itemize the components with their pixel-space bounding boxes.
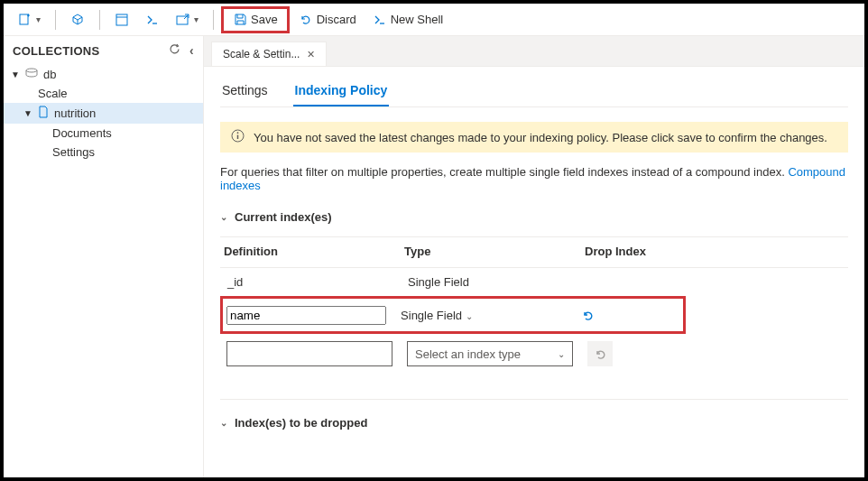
separator <box>55 10 56 30</box>
toolbar: ▾ ▾ Save Discard <box>4 4 864 36</box>
svg-point-7 <box>26 69 37 72</box>
document-icon <box>38 106 49 121</box>
tree-documents[interactable]: Documents <box>4 124 203 143</box>
close-icon[interactable]: ✕ <box>307 49 315 60</box>
new-collection-button[interactable]: ▾ <box>11 9 48 31</box>
definition-input-name[interactable] <box>226 306 386 325</box>
refresh-icon[interactable] <box>169 43 180 58</box>
discard-label: Discard <box>317 13 356 26</box>
tab-label: Scale & Settin... <box>223 48 300 60</box>
unsaved-notice: You have not saved the latest changes ma… <box>220 122 848 153</box>
chevron-down-icon: ▾ <box>194 14 199 24</box>
discard-button[interactable]: Discard <box>291 9 364 31</box>
tree-nutrition[interactable]: ▼ nutrition <box>4 103 203 124</box>
collapse-icon[interactable]: ‹ <box>189 43 194 58</box>
section-dropped-label: Index(es) to be dropped <box>235 416 367 430</box>
toolbar-open-button[interactable]: ▾ <box>169 9 206 31</box>
content: Scale & Settin... ✕ Settings Indexing Po… <box>204 36 864 477</box>
description: For queries that filter on multiple prop… <box>220 165 848 192</box>
undo-button-disabled <box>587 341 613 366</box>
caret-down-icon: ▼ <box>11 69 20 79</box>
separator <box>99 10 100 30</box>
notice-text: You have not saved the latest changes ma… <box>254 131 827 144</box>
shell-icon <box>145 13 160 27</box>
tree-db[interactable]: ▼ db <box>4 65 203 84</box>
type-select-name-value: Single Field <box>401 309 462 322</box>
chevron-down-icon: ▾ <box>36 14 41 24</box>
chevron-down-icon: ⌄ <box>558 349 565 359</box>
section-current-indexes[interactable]: ⌄ Current index(es) <box>220 210 848 224</box>
svg-rect-0 <box>20 14 28 24</box>
tab-bar: Scale & Settin... ✕ <box>204 36 864 67</box>
subtab-indexing-policy[interactable]: Indexing Policy <box>293 78 390 106</box>
index-table-header: Definition Type Drop Index <box>220 236 848 268</box>
section-current-label: Current index(es) <box>235 210 332 224</box>
panel-icon <box>115 13 129 27</box>
sidebar-title: COLLECTIONS <box>13 44 99 58</box>
info-icon <box>231 129 245 145</box>
sidebar: COLLECTIONS ‹ ▼ db Scale ▼ <box>4 36 204 477</box>
subtabs: Settings Indexing Policy <box>220 78 848 107</box>
desc-text: For queries that filter on multiple prop… <box>220 165 788 179</box>
tree-nutrition-label: nutrition <box>54 106 96 120</box>
new-shell-label: New Shell <box>391 13 444 26</box>
tree-documents-label: Documents <box>52 126 112 140</box>
separator <box>213 10 214 30</box>
chevron-down-icon: ⌄ <box>466 311 473 321</box>
save-button[interactable]: Save <box>226 9 285 31</box>
save-icon <box>233 13 247 27</box>
svg-rect-1 <box>116 14 127 25</box>
divider <box>220 399 848 400</box>
type-select-new[interactable]: Select an index type ⌄ <box>407 341 573 366</box>
tree-db-label: db <box>43 68 56 81</box>
highlight-save: Save <box>221 6 290 33</box>
tree: ▼ db Scale ▼ nutrition Documents Setti <box>4 65 203 162</box>
type-select-new-value: Select an index type <box>415 347 521 361</box>
undo-icon <box>299 13 313 27</box>
undo-button[interactable] <box>575 302 600 328</box>
header-definition: Definition <box>224 245 404 258</box>
toolbar-panel-button[interactable] <box>107 9 136 31</box>
database-icon <box>25 68 38 81</box>
header-type: Type <box>404 245 585 258</box>
save-label: Save <box>251 13 278 26</box>
header-drop: Drop Index <box>585 245 693 258</box>
section-dropped-indexes[interactable]: ⌄ Index(es) to be dropped <box>220 416 848 430</box>
open-icon <box>176 13 190 27</box>
chevron-down-icon: ⌄ <box>220 212 227 222</box>
highlight-name-row: Single Field ⌄ <box>220 296 686 334</box>
shell-icon <box>373 13 387 27</box>
index-row-new: Select an index type ⌄ <box>220 334 848 374</box>
cube-icon <box>70 13 85 27</box>
type-select-name[interactable]: Single Field ⌄ <box>401 309 575 322</box>
new-collection-icon <box>18 13 32 27</box>
svg-point-10 <box>237 132 239 134</box>
chevron-down-icon: ⌄ <box>220 418 227 428</box>
tab-scale-settings[interactable]: Scale & Settin... ✕ <box>211 42 327 66</box>
index-row-id: _id Single Field <box>220 268 848 296</box>
tree-settings-label: Settings <box>52 145 95 159</box>
tree-settings[interactable]: Settings <box>4 143 203 162</box>
caret-down-icon: ▼ <box>23 108 32 118</box>
subtab-settings[interactable]: Settings <box>220 78 270 106</box>
row-id-type: Single Field <box>404 275 585 289</box>
row-id-def: _id <box>224 275 404 289</box>
toolbar-shell-button[interactable] <box>138 9 167 31</box>
tree-scale[interactable]: Scale <box>4 84 203 103</box>
sidebar-header: COLLECTIONS ‹ <box>4 36 203 65</box>
new-shell-button[interactable]: New Shell <box>365 9 451 31</box>
toolbar-cube-button[interactable] <box>63 9 92 31</box>
tree-scale-label: Scale <box>38 87 68 100</box>
definition-input-new[interactable] <box>226 341 392 366</box>
